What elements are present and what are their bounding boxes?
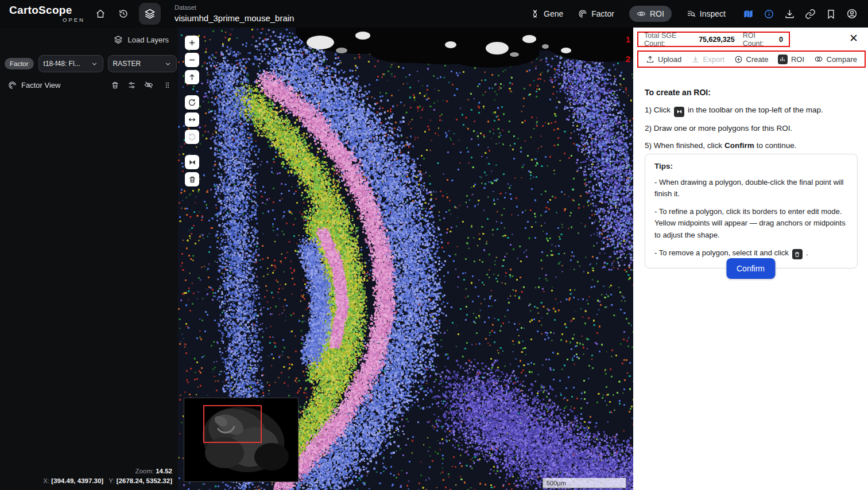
step3-suffix: to continue. — [757, 141, 797, 150]
annotation-number-1: 1 — [626, 34, 630, 44]
rotate-cw-button[interactable] — [185, 95, 199, 110]
top-nav: Gene Factor ROI Inspect — [530, 6, 726, 22]
y-value: [2678.24, 5352.32] — [117, 477, 172, 484]
roi-list-label: ROI — [791, 55, 804, 64]
step3-confirm-word: Confirm — [724, 141, 754, 150]
nav-roi[interactable]: ROI — [629, 6, 672, 22]
app-logo: CartoScope OPEN — [0, 5, 87, 23]
nav-factor-label: Factor — [591, 9, 614, 18]
sge-count-value: 75,629,325 — [699, 36, 735, 44]
export-label: Export — [703, 55, 725, 64]
zoom-out-button[interactable] — [185, 53, 199, 67]
layers-panel-button[interactable] — [139, 3, 161, 25]
map-viewport: 500µm — [178, 28, 633, 490]
dataset-label: Dataset — [175, 4, 294, 12]
nav-factor[interactable]: Factor — [578, 9, 614, 18]
instruction-step-2: 2) Draw one or more polygons for this RO… — [645, 123, 860, 134]
history-button[interactable] — [114, 4, 133, 24]
x-label: X: — [43, 477, 49, 484]
tip-1: - When drawing a polygon, double-click t… — [654, 177, 848, 200]
factor-view-row: Factor View — [8, 80, 171, 90]
raster-select-value: RASTER — [113, 60, 141, 68]
compare-icon — [814, 55, 823, 64]
nav-inspect-label: Inspect — [700, 9, 726, 18]
instructions-title: To create an ROI: — [645, 88, 860, 97]
drag-handle-icon[interactable] — [164, 81, 171, 90]
create-button[interactable]: Create — [734, 55, 769, 64]
step1-prefix: 1) Click — [645, 106, 671, 114]
tips-title: Tips: — [654, 162, 848, 170]
instruction-step-3: 5) When finished, clickConfirmto continu… — [645, 140, 860, 151]
map-button[interactable] — [743, 9, 754, 20]
close-panel-button[interactable]: ✕ — [849, 33, 858, 44]
upload-label: Upload — [658, 55, 681, 64]
create-label: Create — [746, 55, 769, 64]
nav-roi-label: ROI — [650, 9, 664, 18]
scale-bar: 500µm — [542, 478, 626, 488]
roi-list-button[interactable]: ROI — [778, 55, 804, 64]
upload-button[interactable]: Upload — [646, 55, 681, 64]
zoom-readout: Zoom: 14.52 — [43, 466, 172, 476]
zoom-in-button[interactable] — [185, 36, 199, 50]
factor-view-label: Factor View — [21, 81, 60, 90]
left-sidebar: Load Layers Factor t18-f48: Fl... RASTER… — [0, 28, 178, 490]
sliders-icon[interactable] — [127, 81, 136, 90]
reset-north-button[interactable] — [185, 70, 199, 84]
home-icon — [95, 9, 106, 19]
home-button[interactable] — [91, 4, 110, 24]
eye-off-icon[interactable] — [144, 80, 153, 90]
swirl-icon — [8, 81, 17, 90]
roi-instructions: To create an ROI: 1) Clickin the toolbar… — [645, 88, 860, 157]
layers-stack-icon — [114, 35, 123, 44]
scale-bar-label: 500µm — [547, 480, 566, 487]
top-bar: CartoScope OPEN Dataset visiumhd_3prime_… — [0, 0, 868, 28]
bookmark-button[interactable] — [826, 9, 836, 20]
step1-suffix: in the toolbar on the top-left of the ma… — [688, 106, 823, 114]
roi-count-value: 0 — [779, 36, 783, 44]
download-button[interactable] — [784, 9, 795, 20]
delete-polygon-button[interactable] — [185, 172, 199, 186]
eye-icon — [637, 9, 646, 18]
confirm-button[interactable]: Confirm — [726, 258, 775, 279]
tip-2: - To refine a polygon, click its borders… — [654, 206, 848, 240]
roi-toolbar: Upload Export Create ROI Compare — [637, 50, 866, 68]
export-button[interactable]: Export — [691, 55, 725, 64]
brand-sub: OPEN — [9, 17, 87, 23]
nav-gene[interactable]: Gene — [530, 9, 563, 18]
rotate-ccw-button[interactable] — [185, 130, 199, 144]
tip-3: - To remove a polygon, select it and cli… — [654, 247, 848, 260]
x-value: [394.49, 4397.30] — [51, 477, 103, 484]
info-button[interactable] — [764, 9, 774, 20]
draw-polygon-button[interactable] — [185, 155, 199, 169]
map-coordinates: Zoom: 14.52 X: [394.49, 4397.30] Y: [267… — [43, 466, 172, 487]
zoom-value: 14.52 — [156, 468, 172, 475]
chevron-down-icon — [91, 60, 98, 68]
brand-name: CartoScope — [9, 5, 87, 15]
account-button[interactable] — [846, 8, 858, 20]
nav-inspect[interactable]: Inspect — [687, 9, 726, 18]
raster-select[interactable]: RASTER — [108, 55, 177, 72]
dataset-name: visiumhd_3prime_mouse_brain — [175, 13, 294, 24]
y-label: Y: — [108, 477, 114, 484]
factor-view-actions — [111, 80, 171, 90]
xy-readout: X: [394.49, 4397.30] Y: [2678.24, 5352.3… — [43, 476, 172, 486]
annotation-number-2: 2 — [626, 54, 630, 64]
export-icon — [691, 55, 700, 64]
load-layers-button[interactable]: Load Layers — [114, 35, 169, 44]
bar-chart-icon — [778, 55, 788, 64]
sge-count-label: Total SGE Count: — [644, 32, 696, 48]
counts-box: Total SGE Count: 75,629,325 ROI Count: 0 — [637, 32, 790, 47]
step3-prefix: 5) When finished, click — [645, 141, 722, 150]
compare-button[interactable]: Compare — [814, 55, 857, 64]
factor-select[interactable]: t18-f48: Fl... — [38, 55, 103, 72]
minimap[interactable] — [184, 398, 299, 482]
map-toolbar — [185, 36, 199, 186]
layers-icon — [144, 8, 156, 20]
trash-chip-icon — [792, 249, 803, 259]
flip-horizontal-button[interactable] — [185, 112, 199, 127]
circle-plus-icon — [734, 55, 743, 64]
tip3-prefix: - To remove a polygon, select it and cli… — [654, 248, 789, 257]
trash-icon[interactable] — [111, 81, 119, 90]
swirl-icon — [578, 9, 587, 18]
link-button[interactable] — [805, 9, 816, 20]
